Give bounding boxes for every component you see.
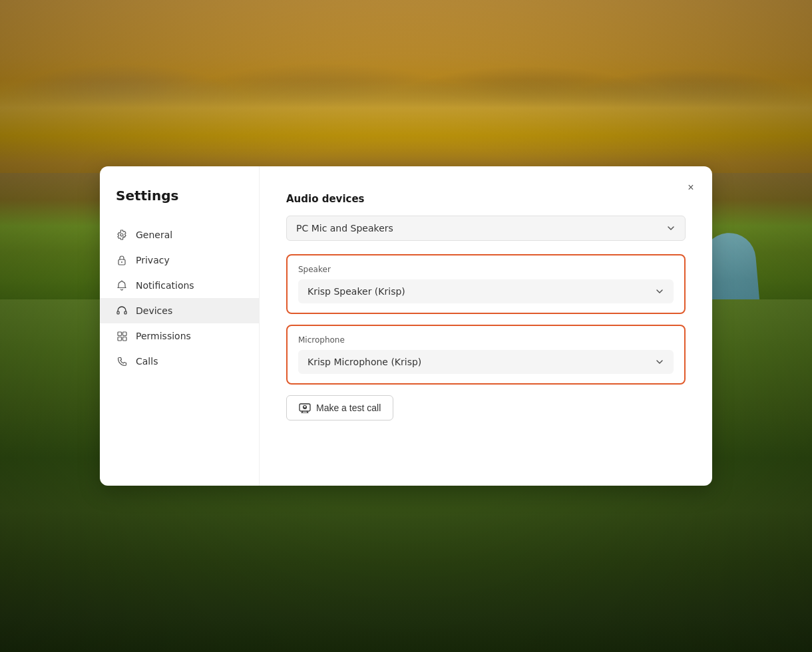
sidebar-item-devices[interactable]: Devices bbox=[100, 298, 259, 323]
sidebar-item-general[interactable]: General bbox=[100, 222, 259, 247]
sidebar-item-notifications[interactable]: Notifications bbox=[100, 273, 259, 298]
sidebar-item-calls[interactable]: Calls bbox=[100, 349, 259, 374]
svg-rect-4 bbox=[118, 332, 122, 336]
audio-device-chevron bbox=[666, 224, 676, 233]
speaker-label: Speaker bbox=[298, 265, 674, 274]
dialog-title: Settings bbox=[100, 188, 259, 222]
svg-rect-3 bbox=[124, 311, 126, 314]
test-call-icon bbox=[299, 403, 311, 413]
settings-dialog: Settings General bbox=[100, 166, 712, 486]
main-content: × Audio devices PC Mic and Speakers Spea… bbox=[260, 166, 712, 486]
microphone-chevron bbox=[655, 357, 664, 367]
microphone-section: Microphone Krisp Microphone (Krisp) bbox=[286, 325, 686, 385]
gear-icon bbox=[116, 229, 128, 241]
svg-rect-2 bbox=[117, 311, 119, 314]
sidebar-item-privacy[interactable]: Privacy bbox=[100, 247, 259, 273]
grid-icon bbox=[116, 330, 128, 342]
sidebar-item-label-devices: Devices bbox=[136, 305, 172, 316]
microphone-dropdown[interactable]: Krisp Microphone (Krisp) bbox=[298, 350, 674, 374]
microphone-label: Microphone bbox=[298, 335, 674, 345]
audio-device-value: PC Mic and Speakers bbox=[296, 223, 393, 234]
svg-point-1 bbox=[121, 261, 122, 263]
sidebar-item-label-privacy: Privacy bbox=[136, 255, 170, 265]
microphone-value: Krisp Microphone (Krisp) bbox=[307, 357, 421, 367]
sidebar-item-permissions[interactable]: Permissions bbox=[100, 323, 259, 349]
section-title: Audio devices bbox=[286, 193, 686, 205]
sidebar-item-label-general: General bbox=[136, 230, 172, 240]
make-test-call-button[interactable]: Make a test call bbox=[286, 395, 393, 420]
dialog-overlay: Settings General bbox=[0, 0, 812, 652]
audio-device-wrapper: PC Mic and Speakers bbox=[286, 216, 686, 241]
svg-rect-6 bbox=[118, 337, 122, 341]
sidebar-item-label-notifications: Notifications bbox=[136, 280, 194, 291]
sidebar: Settings General bbox=[100, 166, 260, 486]
bell-icon bbox=[116, 279, 128, 291]
svg-rect-8 bbox=[300, 404, 310, 411]
sidebar-item-label-permissions: Permissions bbox=[136, 331, 191, 341]
headset-icon bbox=[116, 305, 128, 317]
speaker-section: Speaker Krisp Speaker (Krisp) bbox=[286, 254, 686, 314]
svg-rect-7 bbox=[122, 337, 126, 341]
lock-icon bbox=[116, 254, 128, 266]
test-call-label: Make a test call bbox=[316, 403, 381, 413]
speaker-chevron bbox=[655, 287, 664, 296]
speaker-dropdown[interactable]: Krisp Speaker (Krisp) bbox=[298, 279, 674, 303]
svg-rect-5 bbox=[122, 332, 126, 336]
sidebar-item-label-calls: Calls bbox=[136, 356, 158, 367]
audio-device-dropdown[interactable]: PC Mic and Speakers bbox=[286, 216, 686, 241]
speaker-value: Krisp Speaker (Krisp) bbox=[307, 286, 405, 297]
phone-icon bbox=[116, 355, 128, 367]
close-button[interactable]: × bbox=[680, 177, 702, 198]
